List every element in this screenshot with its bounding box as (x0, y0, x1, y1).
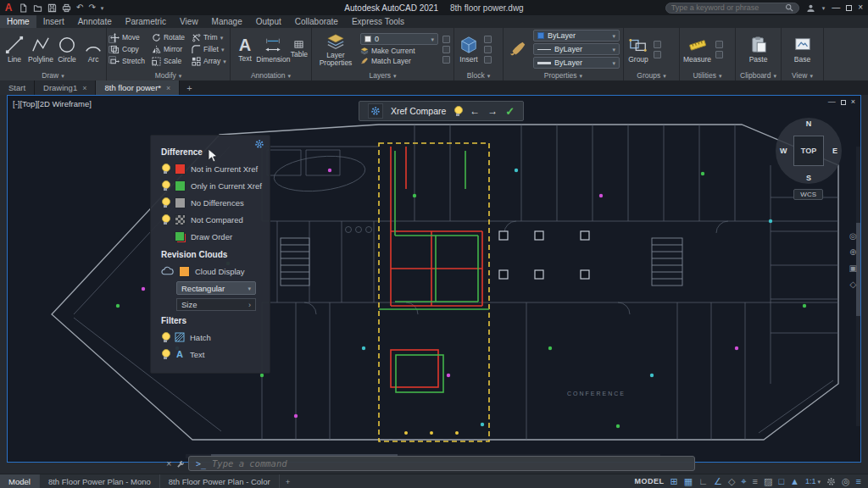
diff-only-in-current-row[interactable]: Only in Current Xref (151, 177, 270, 194)
search-icon[interactable] (785, 3, 793, 12)
viewport-minimize-icon[interactable]: — (828, 98, 836, 106)
transparency-icon[interactable]: ▨ (764, 477, 772, 486)
layer-properties-tool[interactable]: Layer Properties (315, 32, 356, 67)
rotate-tool[interactable]: Rotate (152, 33, 185, 42)
tab-parametric[interactable]: Parametric (119, 15, 173, 28)
new-drawing-tab-button[interactable]: + (180, 80, 198, 95)
drawing-viewport[interactable]: [-][Top][2D Wireframe] — × (7, 95, 861, 463)
draw-panel-footer[interactable]: Draw▾ (0, 70, 106, 80)
tab-collaborate[interactable]: Collaborate (288, 15, 345, 28)
compass-north[interactable]: N (806, 119, 812, 128)
groups-panel-footer[interactable]: Groups▾ (624, 70, 679, 80)
pan-icon[interactable]: ⊕ (849, 247, 857, 257)
circle-tool[interactable]: Circle (56, 36, 78, 64)
sign-in-icon[interactable] (806, 3, 815, 13)
line-tool[interactable]: Line (3, 36, 25, 64)
cloud-display-row[interactable]: Cloud Display (151, 263, 270, 280)
array-tool[interactable]: Array▾ (192, 57, 226, 66)
layers-panel-footer[interactable]: Layers▾ (312, 70, 453, 80)
copy-tool[interactable]: Copy (110, 45, 145, 54)
file-tab-drawing1-close-icon[interactable]: × (82, 84, 86, 92)
layer-state-icon[interactable] (442, 36, 450, 43)
base-tool[interactable]: Base (792, 36, 814, 64)
size-expand-icon[interactable]: › (248, 301, 251, 309)
tab-home[interactable]: Home (0, 15, 36, 28)
quick-calc-icon[interactable] (715, 41, 723, 48)
clipboard-panel-footer[interactable]: Clipboard▾ (736, 70, 781, 80)
scale-tool[interactable]: Scale (152, 57, 185, 66)
plot-icon[interactable] (62, 3, 71, 13)
isodraft-icon[interactable]: ◇ (728, 477, 735, 486)
polar-tracking-icon[interactable]: ∠ (714, 477, 722, 486)
floor-plan-canvas[interactable]: CONFERENCE (8, 96, 860, 462)
stretch-tool[interactable]: Stretch (110, 57, 145, 66)
tab-manage[interactable]: Manage (205, 15, 249, 28)
dimension-tool[interactable]: Dimension (260, 36, 287, 64)
layer-freeze-icon[interactable] (442, 56, 450, 64)
edit-block-icon[interactable] (484, 46, 492, 53)
model-tab[interactable]: Model (0, 474, 40, 488)
next-difference-button[interactable]: → (487, 106, 498, 116)
command-line-customize-icon[interactable] (176, 460, 185, 469)
close-icon[interactable]: × (858, 3, 863, 12)
viewport-restore-icon[interactable] (841, 100, 846, 105)
annotation-panel-footer[interactable]: Annotation▾ (231, 70, 311, 80)
qat-menu-icon[interactable]: ▾ (101, 5, 104, 11)
table-tool[interactable]: Table (291, 40, 308, 58)
workspace-switching-icon[interactable] (826, 477, 836, 486)
view-cube-top-face[interactable]: TOP (793, 136, 824, 166)
diff-not-compared-row[interactable]: Not Compared (151, 211, 270, 228)
diff-no-differences-row[interactable]: No Differences (151, 194, 270, 211)
new-layout-button[interactable]: + (280, 474, 297, 488)
tab-view[interactable]: View (173, 15, 205, 28)
annotation-scale-control[interactable]: 1:1 ▾ (805, 477, 821, 485)
redo-icon[interactable]: ↷ (88, 3, 95, 12)
filter-text-row[interactable]: A Text (151, 346, 270, 363)
account-caret-icon[interactable]: ▾ (822, 5, 826, 11)
tab-annotate[interactable]: Annotate (71, 15, 119, 28)
maximize-icon[interactable] (846, 5, 852, 11)
zoom-extents-icon[interactable]: ▣ (849, 263, 857, 273)
bulb-icon[interactable] (161, 197, 170, 208)
bulb-icon[interactable] (161, 164, 170, 174)
layer-isolate-icon[interactable] (442, 46, 450, 53)
block-attributes-icon[interactable] (484, 56, 492, 64)
command-input[interactable] (212, 458, 687, 469)
lineweight-select[interactable]: ByLayer▾ (533, 57, 620, 69)
paste-tool[interactable]: Paste (748, 36, 770, 64)
bulb-icon[interactable] (161, 332, 170, 342)
bulb-icon[interactable] (161, 180, 170, 191)
search-input[interactable] (671, 3, 781, 12)
help-search[interactable] (665, 3, 799, 14)
object-color-select[interactable]: ByLayer▾ (533, 30, 620, 42)
command-line-close-icon[interactable]: × (166, 458, 171, 469)
polyline-tool[interactable]: Polyline (30, 36, 52, 64)
viewport-controls-label[interactable]: [-][Top][2D Wireframe] (13, 99, 92, 108)
snap-icon[interactable]: ▦ (684, 477, 693, 486)
move-tool[interactable]: Move (110, 33, 145, 42)
group-edit-icon[interactable] (654, 51, 661, 58)
bulb-icon[interactable] (161, 349, 170, 359)
xref-settings-button[interactable] (368, 103, 383, 119)
draw-order-row[interactable]: Draw Order (151, 228, 270, 245)
xref-highlight-bulb-icon[interactable] (453, 106, 462, 116)
autocad-logo[interactable]: A (0, 0, 17, 15)
properties-panel-footer[interactable]: Properties▾ (504, 70, 623, 80)
compass-east[interactable]: E (832, 147, 837, 155)
clean-screen-icon[interactable]: ◎ (842, 477, 850, 486)
match-layer-button[interactable]: Match Layer (360, 57, 438, 65)
layer-select[interactable]: 0▾ (360, 33, 438, 45)
open-file-icon[interactable] (33, 3, 42, 13)
orbit-icon[interactable]: ◇ (849, 280, 857, 289)
arc-tool[interactable]: Arc (82, 36, 104, 64)
create-block-icon[interactable] (484, 36, 492, 43)
match-properties-tool[interactable] (507, 40, 529, 58)
trim-tool[interactable]: Trim▾ (192, 33, 226, 42)
block-panel-footer[interactable]: Block▾ (454, 70, 503, 80)
minimize-icon[interactable]: — (832, 3, 840, 12)
command-line-bar[interactable]: >_ (188, 456, 695, 471)
previous-difference-button[interactable]: ← (470, 106, 480, 116)
wcs-badge[interactable]: WCS (793, 189, 823, 200)
layout-tab-mono[interactable]: 8th Floor Power Plan - Mono (40, 474, 160, 488)
tab-output[interactable]: Output (249, 15, 288, 28)
